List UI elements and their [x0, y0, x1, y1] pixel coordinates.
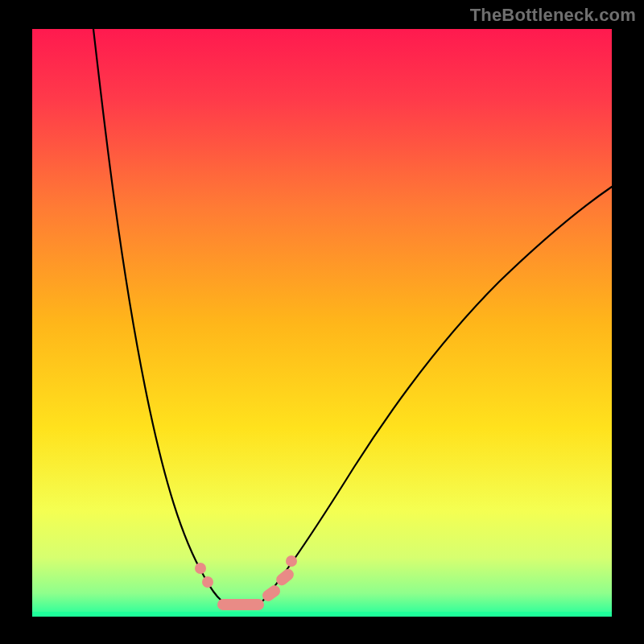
marker-dot: [202, 576, 213, 588]
marker-dot: [195, 563, 206, 574]
plot-background-gradient: [32, 29, 612, 617]
bottleneck-curve-plot: [0, 0, 644, 644]
chart-container: TheBottleneck.com: [0, 0, 644, 644]
marker-dot: [286, 555, 297, 567]
marker-capsule: [217, 599, 264, 610]
watermark-text: TheBottleneck.com: [470, 5, 636, 26]
bottom-green-bar: [32, 612, 612, 617]
